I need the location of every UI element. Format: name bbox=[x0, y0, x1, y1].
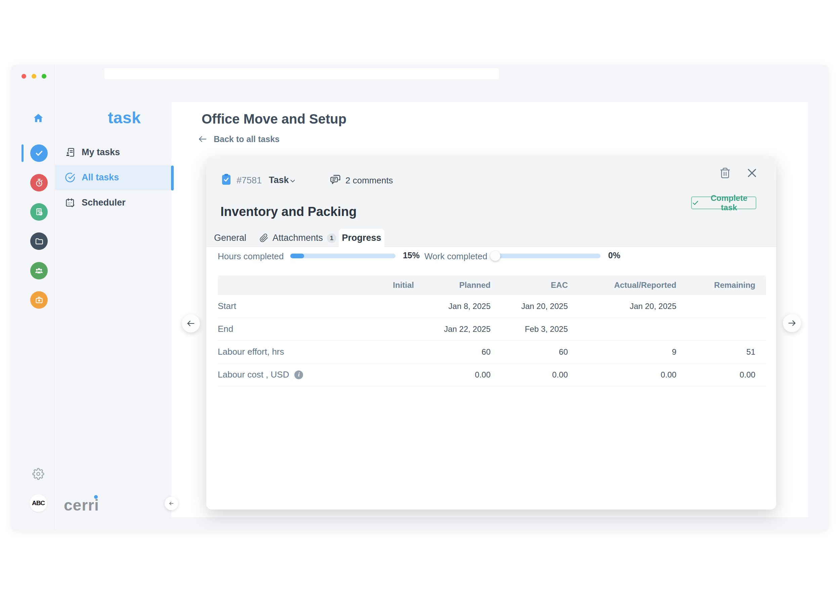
tab-attachments[interactable]: Attachments 1 bbox=[259, 233, 336, 243]
delete-task-icon[interactable] bbox=[719, 167, 731, 179]
back-link-label: Back to all tasks bbox=[214, 134, 279, 144]
rail-team-icon[interactable] bbox=[30, 262, 48, 279]
table-header-row: Initial Planned EAC Actual/Reported Rema… bbox=[218, 276, 766, 295]
sidebar-panel: task bbox=[55, 65, 171, 517]
hours-completed-fill bbox=[290, 254, 304, 258]
task-title: Inventory and Packing bbox=[220, 205, 357, 219]
sidebar-item-label: My tasks bbox=[82, 147, 120, 157]
active-rail-indicator bbox=[22, 144, 23, 162]
work-completed-label: Work completed bbox=[424, 251, 487, 262]
rail-projects-folder-icon[interactable] bbox=[30, 232, 48, 250]
col-planned: Planned bbox=[414, 280, 490, 290]
sidebar-item-scheduler[interactable]: Scheduler bbox=[55, 190, 171, 215]
previous-task-button[interactable] bbox=[182, 314, 200, 333]
sidebar-item-my-tasks[interactable]: My tasks bbox=[55, 140, 171, 165]
comments-icon[interactable] bbox=[329, 173, 342, 186]
col-remaining: Remaining bbox=[676, 280, 755, 290]
my-tasks-icon bbox=[65, 147, 75, 157]
row-label: Labour cost , USD i bbox=[218, 370, 345, 380]
cerri-brand-logo: cerri bbox=[64, 494, 99, 513]
row-label: Labour effort, hrs bbox=[218, 347, 345, 357]
tab-attachments-label: Attachments bbox=[273, 233, 323, 243]
comments-count[interactable]: 2 comments bbox=[345, 175, 393, 186]
col-actual-reported: Actual/Reported bbox=[568, 280, 676, 290]
complete-task-button[interactable]: Complete task bbox=[691, 197, 756, 209]
task-id: #7581 bbox=[236, 175, 262, 186]
table-row-labour-cost: Labour cost , USD i 0.00 0.00 0.00 0.00 bbox=[218, 364, 766, 386]
table-row-start: Start Jan 8, 2025 Jan 20, 2025 Jan 20, 2… bbox=[218, 295, 766, 318]
page-title: Office Move and Setup bbox=[201, 111, 347, 127]
next-task-button[interactable] bbox=[783, 314, 801, 332]
col-initial: Initial bbox=[345, 280, 414, 290]
rail-invoice-icon[interactable]: $ bbox=[30, 203, 48, 221]
rail-portfolio-icon[interactable] bbox=[30, 291, 48, 309]
tab-general[interactable]: General bbox=[214, 233, 246, 243]
cerri-brand-text: cerri bbox=[64, 497, 99, 513]
tab-progress[interactable]: Progress bbox=[339, 229, 385, 247]
modal-header: #7581 Task 2 comments bbox=[206, 156, 776, 247]
hours-completed-bar[interactable] bbox=[290, 254, 395, 258]
row-label: End bbox=[218, 324, 345, 334]
icon-rail: $ bbox=[11, 65, 55, 531]
rail-timer-icon[interactable] bbox=[30, 174, 48, 191]
table-row-labour-effort: Labour effort, hrs 60 60 9 51 bbox=[218, 340, 766, 364]
svg-text:$: $ bbox=[40, 212, 41, 215]
col-eac: EAC bbox=[490, 280, 568, 290]
cerri-logo-dot bbox=[94, 495, 98, 499]
task-clipboard-icon bbox=[222, 174, 231, 185]
app-logo: task bbox=[108, 109, 141, 127]
hours-completed-value: 15% bbox=[399, 251, 420, 260]
task-type-dropdown[interactable]: Task bbox=[269, 175, 289, 185]
paperclip-icon bbox=[259, 233, 269, 242]
row-label: Start bbox=[218, 301, 345, 311]
sidebar-item-all-tasks[interactable]: All tasks bbox=[55, 165, 171, 190]
complete-task-label: Complete task bbox=[702, 194, 756, 212]
scheduler-calendar-icon bbox=[65, 198, 75, 208]
home-icon[interactable] bbox=[32, 113, 44, 124]
rail-tasks-icon[interactable] bbox=[30, 144, 48, 162]
sidebar-item-label: Scheduler bbox=[82, 198, 126, 208]
back-arrow-icon bbox=[198, 134, 208, 144]
hours-completed-label: Hours completed bbox=[218, 251, 284, 262]
back-to-all-tasks-link[interactable]: Back to all tasks bbox=[198, 134, 279, 144]
close-modal-icon[interactable] bbox=[746, 167, 758, 179]
table-row-end: End Jan 22, 2025 Feb 3, 2025 bbox=[218, 318, 766, 340]
work-completed-slider[interactable] bbox=[495, 254, 601, 258]
work-completed-slider-thumb[interactable] bbox=[490, 251, 500, 261]
chevron-down-icon[interactable] bbox=[289, 177, 297, 185]
attachments-count-badge: 1 bbox=[327, 233, 336, 243]
user-avatar[interactable]: ABC bbox=[29, 494, 47, 512]
progress-table: Initial Planned EAC Actual/Reported Rema… bbox=[218, 276, 766, 386]
sidebar-collapse-button[interactable] bbox=[164, 497, 178, 510]
check-icon bbox=[692, 199, 699, 207]
task-detail-modal: #7581 Task 2 comments bbox=[206, 156, 776, 509]
work-completed-value: 0% bbox=[608, 251, 620, 260]
info-icon[interactable]: i bbox=[294, 371, 303, 379]
screenshot-root: $ bbox=[0, 0, 840, 616]
sidebar-scrollbar-thumb[interactable] bbox=[171, 166, 174, 191]
all-tasks-icon bbox=[65, 172, 75, 183]
sidebar-item-label: All tasks bbox=[82, 172, 119, 183]
settings-gear-icon[interactable] bbox=[32, 468, 44, 480]
